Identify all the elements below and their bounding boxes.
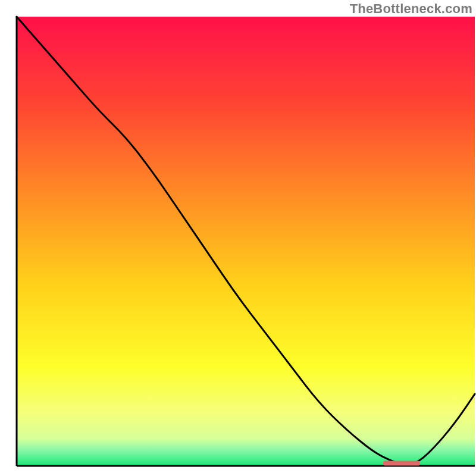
optimal-range-marker [383,461,420,465]
plot-background [17,17,475,466]
chart-frame: TheBottleneck.com [0,0,476,476]
bottleneck-chart [0,0,476,476]
watermark-label: TheBottleneck.com [350,1,472,17]
